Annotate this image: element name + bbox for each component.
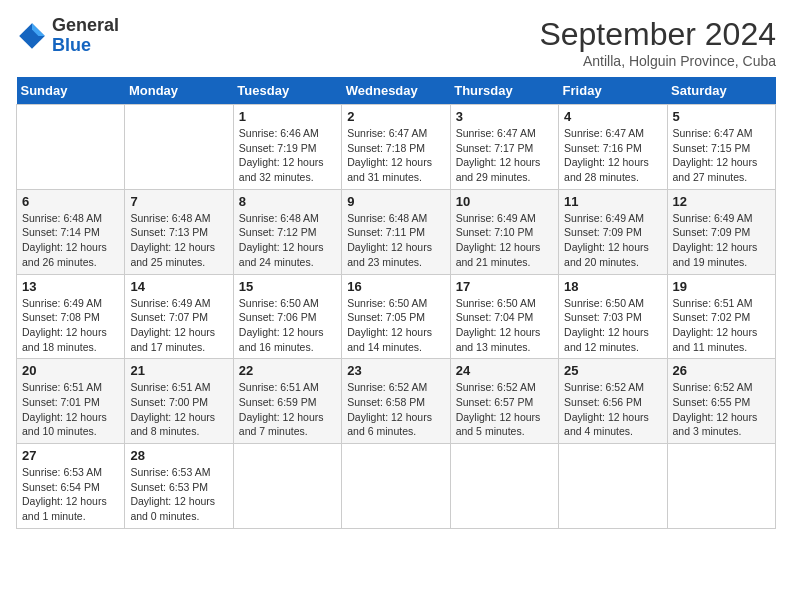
day-number: 3 bbox=[456, 109, 553, 124]
day-number: 20 bbox=[22, 363, 119, 378]
logo-text: General Blue bbox=[52, 16, 119, 56]
day-number: 2 bbox=[347, 109, 444, 124]
day-number: 19 bbox=[673, 279, 770, 294]
calendar-cell: 22 Sunrise: 6:51 AMSunset: 6:59 PMDaylig… bbox=[233, 359, 341, 444]
calendar-week-row: 27 Sunrise: 6:53 AMSunset: 6:54 PMDaylig… bbox=[17, 444, 776, 529]
calendar-cell: 12 Sunrise: 6:49 AMSunset: 7:09 PMDaylig… bbox=[667, 189, 775, 274]
day-info: Sunrise: 6:49 AMSunset: 7:10 PMDaylight:… bbox=[456, 211, 553, 270]
col-wednesday: Wednesday bbox=[342, 77, 450, 105]
day-number: 25 bbox=[564, 363, 661, 378]
calendar-cell bbox=[342, 444, 450, 529]
logo-general: General bbox=[52, 15, 119, 35]
col-friday: Friday bbox=[559, 77, 667, 105]
calendar-cell: 27 Sunrise: 6:53 AMSunset: 6:54 PMDaylig… bbox=[17, 444, 125, 529]
col-monday: Monday bbox=[125, 77, 233, 105]
day-info: Sunrise: 6:53 AMSunset: 6:54 PMDaylight:… bbox=[22, 465, 119, 524]
day-info: Sunrise: 6:47 AMSunset: 7:18 PMDaylight:… bbox=[347, 126, 444, 185]
day-info: Sunrise: 6:48 AMSunset: 7:14 PMDaylight:… bbox=[22, 211, 119, 270]
day-number: 12 bbox=[673, 194, 770, 209]
day-number: 18 bbox=[564, 279, 661, 294]
day-info: Sunrise: 6:52 AMSunset: 6:57 PMDaylight:… bbox=[456, 380, 553, 439]
day-number: 15 bbox=[239, 279, 336, 294]
day-number: 16 bbox=[347, 279, 444, 294]
day-number: 27 bbox=[22, 448, 119, 463]
calendar-cell: 11 Sunrise: 6:49 AMSunset: 7:09 PMDaylig… bbox=[559, 189, 667, 274]
calendar-cell: 1 Sunrise: 6:46 AMSunset: 7:19 PMDayligh… bbox=[233, 105, 341, 190]
day-info: Sunrise: 6:52 AMSunset: 6:56 PMDaylight:… bbox=[564, 380, 661, 439]
day-info: Sunrise: 6:47 AMSunset: 7:16 PMDaylight:… bbox=[564, 126, 661, 185]
calendar-cell: 24 Sunrise: 6:52 AMSunset: 6:57 PMDaylig… bbox=[450, 359, 558, 444]
day-number: 14 bbox=[130, 279, 227, 294]
logo-blue: Blue bbox=[52, 35, 91, 55]
logo: General Blue bbox=[16, 16, 119, 56]
calendar-cell: 21 Sunrise: 6:51 AMSunset: 7:00 PMDaylig… bbox=[125, 359, 233, 444]
calendar-cell: 6 Sunrise: 6:48 AMSunset: 7:14 PMDayligh… bbox=[17, 189, 125, 274]
calendar-cell: 3 Sunrise: 6:47 AMSunset: 7:17 PMDayligh… bbox=[450, 105, 558, 190]
day-number: 21 bbox=[130, 363, 227, 378]
day-number: 24 bbox=[456, 363, 553, 378]
day-info: Sunrise: 6:49 AMSunset: 7:08 PMDaylight:… bbox=[22, 296, 119, 355]
day-number: 10 bbox=[456, 194, 553, 209]
location: Antilla, Holguin Province, Cuba bbox=[539, 53, 776, 69]
calendar-cell: 5 Sunrise: 6:47 AMSunset: 7:15 PMDayligh… bbox=[667, 105, 775, 190]
calendar-cell: 9 Sunrise: 6:48 AMSunset: 7:11 PMDayligh… bbox=[342, 189, 450, 274]
calendar-cell: 20 Sunrise: 6:51 AMSunset: 7:01 PMDaylig… bbox=[17, 359, 125, 444]
calendar-week-row: 20 Sunrise: 6:51 AMSunset: 7:01 PMDaylig… bbox=[17, 359, 776, 444]
day-info: Sunrise: 6:48 AMSunset: 7:11 PMDaylight:… bbox=[347, 211, 444, 270]
day-info: Sunrise: 6:50 AMSunset: 7:06 PMDaylight:… bbox=[239, 296, 336, 355]
calendar-cell: 28 Sunrise: 6:53 AMSunset: 6:53 PMDaylig… bbox=[125, 444, 233, 529]
day-info: Sunrise: 6:47 AMSunset: 7:15 PMDaylight:… bbox=[673, 126, 770, 185]
calendar-cell: 4 Sunrise: 6:47 AMSunset: 7:16 PMDayligh… bbox=[559, 105, 667, 190]
calendar-cell: 17 Sunrise: 6:50 AMSunset: 7:04 PMDaylig… bbox=[450, 274, 558, 359]
day-number: 22 bbox=[239, 363, 336, 378]
calendar-week-row: 13 Sunrise: 6:49 AMSunset: 7:08 PMDaylig… bbox=[17, 274, 776, 359]
day-info: Sunrise: 6:50 AMSunset: 7:05 PMDaylight:… bbox=[347, 296, 444, 355]
day-number: 9 bbox=[347, 194, 444, 209]
day-info: Sunrise: 6:52 AMSunset: 6:58 PMDaylight:… bbox=[347, 380, 444, 439]
day-info bbox=[130, 111, 227, 140]
day-info: Sunrise: 6:50 AMSunset: 7:04 PMDaylight:… bbox=[456, 296, 553, 355]
col-tuesday: Tuesday bbox=[233, 77, 341, 105]
day-info: Sunrise: 6:51 AMSunset: 6:59 PMDaylight:… bbox=[239, 380, 336, 439]
month-title: September 2024 bbox=[539, 16, 776, 53]
calendar-cell: 25 Sunrise: 6:52 AMSunset: 6:56 PMDaylig… bbox=[559, 359, 667, 444]
calendar-table: Sunday Monday Tuesday Wednesday Thursday… bbox=[16, 77, 776, 529]
day-info: Sunrise: 6:50 AMSunset: 7:03 PMDaylight:… bbox=[564, 296, 661, 355]
logo-icon bbox=[16, 20, 48, 52]
day-number: 4 bbox=[564, 109, 661, 124]
calendar-cell: 8 Sunrise: 6:48 AMSunset: 7:12 PMDayligh… bbox=[233, 189, 341, 274]
day-info: Sunrise: 6:46 AMSunset: 7:19 PMDaylight:… bbox=[239, 126, 336, 185]
calendar-cell: 7 Sunrise: 6:48 AMSunset: 7:13 PMDayligh… bbox=[125, 189, 233, 274]
day-info: Sunrise: 6:53 AMSunset: 6:53 PMDaylight:… bbox=[130, 465, 227, 524]
col-saturday: Saturday bbox=[667, 77, 775, 105]
day-info: Sunrise: 6:48 AMSunset: 7:13 PMDaylight:… bbox=[130, 211, 227, 270]
calendar-header-row: Sunday Monday Tuesday Wednesday Thursday… bbox=[17, 77, 776, 105]
calendar-cell bbox=[233, 444, 341, 529]
calendar-cell bbox=[559, 444, 667, 529]
day-info: Sunrise: 6:49 AMSunset: 7:07 PMDaylight:… bbox=[130, 296, 227, 355]
day-info: Sunrise: 6:52 AMSunset: 6:55 PMDaylight:… bbox=[673, 380, 770, 439]
calendar-cell bbox=[125, 105, 233, 190]
day-number: 1 bbox=[239, 109, 336, 124]
day-number: 13 bbox=[22, 279, 119, 294]
calendar-cell: 13 Sunrise: 6:49 AMSunset: 7:08 PMDaylig… bbox=[17, 274, 125, 359]
calendar-cell bbox=[17, 105, 125, 190]
calendar-cell bbox=[667, 444, 775, 529]
day-number: 6 bbox=[22, 194, 119, 209]
day-info: Sunrise: 6:51 AMSunset: 7:02 PMDaylight:… bbox=[673, 296, 770, 355]
day-info: Sunrise: 6:48 AMSunset: 7:12 PMDaylight:… bbox=[239, 211, 336, 270]
calendar-cell: 18 Sunrise: 6:50 AMSunset: 7:03 PMDaylig… bbox=[559, 274, 667, 359]
calendar-week-row: 6 Sunrise: 6:48 AMSunset: 7:14 PMDayligh… bbox=[17, 189, 776, 274]
title-block: September 2024 Antilla, Holguin Province… bbox=[539, 16, 776, 69]
calendar-cell: 14 Sunrise: 6:49 AMSunset: 7:07 PMDaylig… bbox=[125, 274, 233, 359]
day-number: 11 bbox=[564, 194, 661, 209]
day-number: 5 bbox=[673, 109, 770, 124]
day-number: 17 bbox=[456, 279, 553, 294]
calendar-cell: 15 Sunrise: 6:50 AMSunset: 7:06 PMDaylig… bbox=[233, 274, 341, 359]
calendar-week-row: 1 Sunrise: 6:46 AMSunset: 7:19 PMDayligh… bbox=[17, 105, 776, 190]
day-info: Sunrise: 6:49 AMSunset: 7:09 PMDaylight:… bbox=[564, 211, 661, 270]
calendar-cell: 19 Sunrise: 6:51 AMSunset: 7:02 PMDaylig… bbox=[667, 274, 775, 359]
day-number: 8 bbox=[239, 194, 336, 209]
col-thursday: Thursday bbox=[450, 77, 558, 105]
day-number: 7 bbox=[130, 194, 227, 209]
